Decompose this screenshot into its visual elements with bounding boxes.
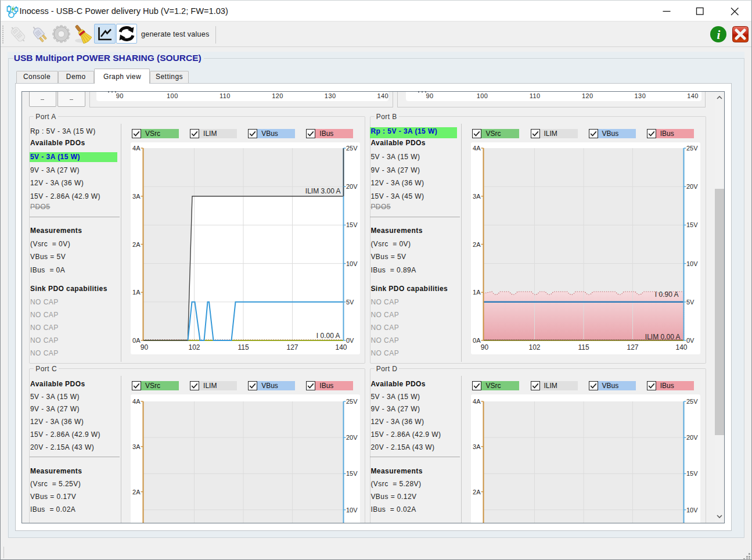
svg-text:3A: 3A (473, 193, 481, 200)
svg-text:90: 90 (481, 343, 489, 351)
svg-text:4A: 4A (473, 398, 481, 405)
svg-text:2A: 2A (132, 241, 141, 248)
svg-text:3A: 3A (473, 443, 481, 450)
svg-text:I 0.00 A: I 0.00 A (316, 332, 340, 340)
svg-text:10V: 10V (686, 260, 698, 267)
svg-text:115: 115 (238, 343, 249, 351)
svg-text:ILIM 3.00 A: ILIM 3.00 A (305, 187, 340, 195)
svg-text:25V: 25V (686, 145, 698, 152)
svg-text:140: 140 (335, 343, 347, 351)
svg-text:2A: 2A (473, 241, 481, 248)
svg-text:2A: 2A (473, 489, 481, 496)
svg-text:25V: 25V (686, 398, 698, 405)
svg-text:10V: 10V (346, 260, 358, 267)
svg-text:25V: 25V (346, 145, 358, 152)
svg-text:0A: 0A (473, 337, 481, 344)
svg-text:0A: 0A (132, 337, 141, 344)
svg-text:3A: 3A (132, 443, 141, 450)
svg-text:127: 127 (286, 343, 298, 351)
svg-text:4A: 4A (132, 398, 141, 405)
svg-text:140: 140 (675, 343, 687, 351)
svg-text:10V: 10V (686, 507, 698, 514)
svg-text:ILIM 0.00 A: ILIM 0.00 A (645, 333, 681, 341)
svg-text:127: 127 (627, 343, 638, 351)
svg-text:20V: 20V (686, 183, 698, 190)
svg-text:5V: 5V (346, 299, 354, 306)
svg-text:20V: 20V (346, 434, 358, 441)
svg-text:10V: 10V (346, 507, 358, 514)
svg-text:5V: 5V (686, 299, 695, 306)
svg-text:20V: 20V (346, 183, 358, 190)
svg-text:15V: 15V (686, 470, 698, 477)
svg-text:0V: 0V (346, 337, 354, 344)
svg-text:25V: 25V (346, 398, 358, 405)
svg-text:4A: 4A (473, 145, 481, 152)
svg-text:3A: 3A (132, 193, 141, 200)
svg-text:1A: 1A (132, 289, 141, 296)
svg-text:20V: 20V (686, 434, 698, 441)
svg-text:15V: 15V (346, 221, 358, 228)
svg-text:115: 115 (578, 343, 589, 351)
svg-text:I 0.90 A: I 0.90 A (655, 290, 679, 299)
svg-text:102: 102 (188, 343, 200, 351)
svg-text:15V: 15V (346, 470, 358, 477)
svg-text:15V: 15V (686, 221, 698, 228)
svg-text:102: 102 (528, 343, 540, 351)
svg-text:90: 90 (140, 343, 148, 351)
svg-text:1A: 1A (473, 289, 481, 296)
svg-text:0V: 0V (686, 337, 695, 344)
svg-text:i: i (717, 28, 721, 42)
svg-text:2A: 2A (132, 489, 141, 496)
svg-text:4A: 4A (132, 145, 141, 152)
